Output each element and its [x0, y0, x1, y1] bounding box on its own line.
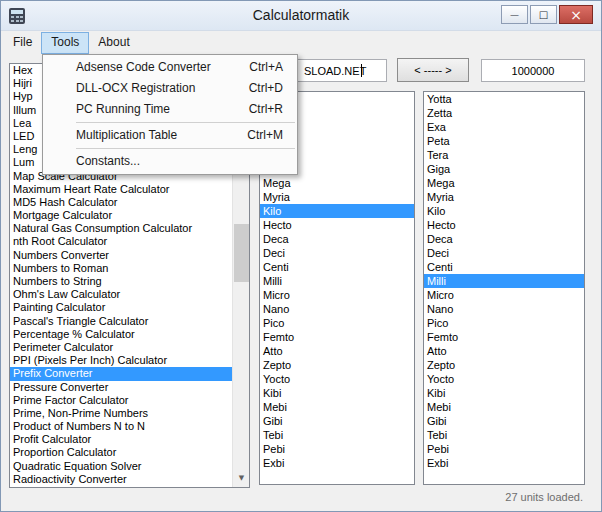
calculator-list-item[interactable]: Quadratic Equation Solver — [10, 460, 232, 473]
calculator-list-item[interactable]: nth Root Calculator — [10, 235, 232, 248]
calculator-list-item[interactable]: Pressure Converter — [10, 381, 232, 394]
menu-about[interactable]: About — [89, 32, 138, 54]
prefix-list-item[interactable]: Atto — [424, 344, 584, 358]
prefix-list-item[interactable]: Gibi — [424, 414, 584, 428]
prefix-list-item[interactable]: Micro — [424, 288, 584, 302]
prefix-list-item[interactable]: Deca — [424, 232, 584, 246]
scrollbar-thumb[interactable] — [234, 224, 249, 282]
prefix-list-item[interactable]: Femto — [424, 330, 584, 344]
to-prefix-list[interactable]: YottaZettaExaPetaTeraGigaMegaMyriaKiloHe… — [423, 91, 585, 485]
prefix-list-item[interactable]: Centi — [260, 260, 414, 274]
prefix-list-item[interactable]: Hecto — [260, 218, 414, 232]
prefix-list-item[interactable]: Kilo — [424, 204, 584, 218]
prefix-list-item[interactable]: Pico — [260, 316, 414, 330]
menu-item-label: Adsense Code Converter — [43, 57, 249, 78]
maximize-button[interactable]: □ — [530, 5, 557, 24]
prefix-list-item[interactable]: Kibi — [424, 386, 584, 400]
prefix-list-item[interactable]: Tera — [424, 148, 584, 162]
prefix-list-item[interactable]: Yotta — [424, 92, 584, 106]
calculator-list-item[interactable]: Radioactivity Converter — [10, 473, 232, 486]
prefix-list-item[interactable]: Nano — [260, 302, 414, 316]
menu-item-label: Constants... — [43, 151, 283, 172]
prefix-list-item[interactable]: Giga — [424, 162, 584, 176]
menu-item-shortcut: Ctrl+D — [249, 78, 297, 99]
menu-item-label: PC Running Time — [43, 99, 249, 120]
prefix-list-item[interactable]: Kilo — [260, 204, 414, 218]
prefix-list-item[interactable]: Centi — [424, 260, 584, 274]
menu-item-multiplication-table[interactable]: Multiplication Table Ctrl+M — [43, 125, 297, 146]
text-cursor — [361, 64, 362, 77]
menu-item-dll-ocx-registration[interactable]: DLL-OCX Registration Ctrl+D — [43, 78, 297, 99]
calculator-list-item[interactable]: Numbers Converter — [10, 249, 232, 262]
prefix-list-item[interactable]: Micro — [260, 288, 414, 302]
prefix-list-item[interactable]: Mega — [260, 176, 414, 190]
calculator-list-item[interactable]: PPI (Pixels Per Inch) Calculator — [10, 354, 232, 367]
minimize-icon: — — [510, 10, 519, 20]
calculator-list-item[interactable]: Profit Calculator — [10, 433, 232, 446]
prefix-list-item[interactable]: Myria — [260, 190, 414, 204]
calculator-list-item[interactable]: Painting Calculator — [10, 301, 232, 314]
prefix-list-item[interactable]: Atto — [260, 344, 414, 358]
prefix-list-item[interactable]: Milli — [260, 274, 414, 288]
prefix-list-item[interactable]: Femto — [260, 330, 414, 344]
prefix-list-item[interactable]: Mebi — [260, 400, 414, 414]
menu-separator — [76, 148, 295, 149]
amount-input[interactable] — [481, 59, 585, 82]
calculator-list-item[interactable]: Maximum Heart Rate Calculator — [10, 183, 232, 196]
menu-item-pc-running-time[interactable]: PC Running Time Ctrl+R — [43, 99, 297, 120]
prefix-list-item[interactable]: Pico — [424, 316, 584, 330]
calculator-list-item[interactable]: Proportion Calculator — [10, 446, 232, 459]
swap-button[interactable]: < ----- > — [397, 58, 469, 82]
menu-item-constants[interactable]: Constants... — [43, 151, 297, 172]
app-window: Calculatormatik — □ × File Tools About <… — [0, 0, 602, 512]
caption-buttons: — □ × — [501, 5, 593, 24]
calculator-list-item[interactable]: Pascal's Triangle Calculator — [10, 315, 232, 328]
titlebar[interactable]: Calculatormatik — □ × — [1, 1, 601, 31]
prefix-list-item[interactable]: Tebi — [424, 428, 584, 442]
calculator-list-item[interactable]: Mortgage Calculator — [10, 209, 232, 222]
calculator-list-item[interactable]: MD5 Hash Calculator — [10, 196, 232, 209]
prefix-list-item[interactable]: Nano — [424, 302, 584, 316]
prefix-list-item[interactable]: Zetta — [424, 106, 584, 120]
prefix-list-item[interactable]: Deci — [260, 246, 414, 260]
prefix-list-item[interactable]: Yocto — [260, 372, 414, 386]
calculator-list-item[interactable]: Numbers to Roman — [10, 262, 232, 275]
scroll-down-icon[interactable]: ▼ — [233, 470, 250, 487]
prefix-list-item[interactable]: Zepto — [260, 358, 414, 372]
prefix-list-item[interactable]: Milli — [424, 274, 584, 288]
calculator-list-item[interactable]: Numbers to String — [10, 275, 232, 288]
calculator-list-item[interactable]: Perimeter Calculator — [10, 341, 232, 354]
calculator-list-item[interactable]: Ohm's Law Calculator — [10, 288, 232, 301]
prefix-list-item[interactable]: Peta — [424, 134, 584, 148]
calculator-list-item[interactable]: Product of Numbers N to N — [10, 420, 232, 433]
prefix-list-item[interactable]: Tebi — [260, 428, 414, 442]
menu-item-shortcut — [283, 151, 297, 172]
status-text: 27 units loaded. — [505, 491, 583, 503]
menu-file[interactable]: File — [4, 32, 41, 54]
prefix-list-item[interactable]: Pebi — [260, 442, 414, 456]
prefix-list-item[interactable]: Myria — [424, 190, 584, 204]
calculator-list-item[interactable]: Prime Factor Calculator — [10, 394, 232, 407]
prefix-list-item[interactable]: Pebi — [424, 442, 584, 456]
calculator-list-item[interactable]: Percentage % Calculator — [10, 328, 232, 341]
prefix-list-item[interactable]: Deci — [424, 246, 584, 260]
menu-item-adsense-code-converter[interactable]: Adsense Code Converter Ctrl+A — [43, 57, 297, 78]
prefix-list-item[interactable]: Exbi — [424, 456, 584, 470]
calculator-list-item[interactable]: Prefix Converter — [10, 367, 232, 380]
calculator-list-item[interactable]: Prime, Non-Prime Numbers — [10, 407, 232, 420]
prefix-list-item[interactable]: Exa — [424, 120, 584, 134]
prefix-list-item[interactable]: Kibi — [260, 386, 414, 400]
calculator-list-item[interactable]: Natural Gas Consumption Calculator — [10, 222, 232, 235]
prefix-list-item[interactable]: Hecto — [424, 218, 584, 232]
prefix-list-item[interactable]: Mega — [424, 176, 584, 190]
close-button[interactable]: × — [559, 5, 593, 24]
prefix-list-item[interactable]: Gibi — [260, 414, 414, 428]
prefix-list-item[interactable]: Mebi — [424, 400, 584, 414]
minimize-button[interactable]: — — [501, 5, 528, 24]
menubar: File Tools About — [2, 31, 600, 54]
menu-tools[interactable]: Tools — [41, 32, 89, 54]
prefix-list-item[interactable]: Deca — [260, 232, 414, 246]
prefix-list-item[interactable]: Zepto — [424, 358, 584, 372]
prefix-list-item[interactable]: Yocto — [424, 372, 584, 386]
prefix-list-item[interactable]: Exbi — [260, 456, 414, 470]
